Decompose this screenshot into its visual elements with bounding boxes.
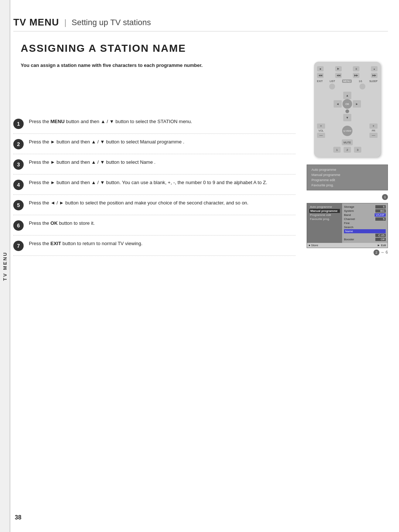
step-text-2: Press the ► button and then ▲ / ▼ button…	[29, 138, 184, 146]
remote-qview-btn: Q.VIEW	[342, 126, 352, 136]
remote-page-label: 1/1	[359, 80, 362, 82]
remote-container: ■ ▶ ⏸ ● ◀◀ ◀◀ ▶▶ ▶▶ EX	[307, 62, 388, 157]
menu2-footer-store: ● Store	[308, 244, 318, 247]
right-column: ■ ▶ ⏸ ● ◀◀ ◀◀ ▶▶ ▶▶ EX	[307, 62, 388, 256]
menu-screenshot-1: Auto programme Manual programme Programm…	[307, 165, 388, 190]
menu2-val-booster: Off	[375, 238, 386, 241]
remote-exit-btn	[329, 84, 335, 89]
remote-num-2: 2	[344, 147, 351, 153]
menu2-label-channel: Channel	[344, 217, 355, 221]
remote-btn-rew: ◀◀	[335, 73, 342, 78]
circle-1: 1	[382, 194, 388, 200]
step-text-4: Press the ► button and then ▲ / ▼ button…	[29, 179, 267, 187]
remote-transport-row2: ◀◀ ◀◀ ▶▶ ▶▶	[317, 73, 378, 78]
remote-nav-ok: OK	[342, 99, 352, 109]
remote-exit-sleep-btns	[317, 84, 378, 89]
step-indicator-1: 1	[307, 194, 388, 200]
remote-nav-mid-row: ◄ OK ►	[334, 99, 361, 109]
remote-menu-btn: MENU	[342, 79, 352, 83]
step-number-4: 4	[13, 180, 24, 190]
menu2-left-panel: Auto programme Manual programme Programm…	[307, 203, 342, 243]
menu2-item-fav: Favourite prog.	[309, 217, 340, 221]
content-row: You can assign a station name with five …	[13, 62, 388, 256]
page-number: 38	[15, 514, 21, 521]
remote-nav-right: ►	[353, 100, 361, 108]
remote-btn-rec: ●	[371, 66, 378, 71]
steps-column: You can assign a station name with five …	[13, 62, 296, 256]
step-text-7: Press the EXIT button to return to norma…	[29, 240, 143, 248]
remote-btn-stop: ■	[317, 66, 324, 71]
menu2-item-manual: Manual programme	[309, 209, 340, 213]
page-container: TV MENU TV MENU | Setting up TV stations…	[0, 0, 399, 532]
remote-mute-btn: MUTE	[342, 139, 353, 145]
remote-nav-down-row	[345, 109, 349, 114]
remote-nav-up: ▲	[343, 92, 351, 99]
step-5: 5 Press the ◄ / ► button to select the p…	[13, 195, 296, 215]
step-number-1: 1	[13, 119, 24, 129]
remote-vol-label: VOL	[318, 129, 324, 132]
menu2-label-fine: Fine	[344, 221, 350, 225]
remote-vol-group: + VOL —	[317, 123, 325, 138]
step-2: 2 Press the ► button and then ▲ / ▼ butt…	[13, 134, 296, 154]
remote-pr-label: PR	[372, 129, 375, 132]
step-text-5: Press the ◄ / ► button to select the pos…	[29, 199, 248, 207]
menu2-label-system: System	[344, 209, 354, 213]
remote-btn-prev: ◀◀	[317, 73, 324, 78]
menu2-row-fine: Fine	[344, 221, 386, 225]
menu2-row-search: Search	[344, 225, 386, 229]
step-number-5: 5	[13, 200, 24, 210]
menu2-label-booster: Booster	[344, 238, 354, 241]
remote-nav-down2-row: ▼	[343, 114, 351, 121]
menu-item-auto: Auto programme	[310, 167, 385, 172]
step-indicator-2: 2 ～ 6	[307, 250, 388, 255]
step-text-3: Press the ► button and then ▲ / ▼ button…	[29, 159, 156, 166]
menu2-val-code: C.05	[375, 234, 386, 237]
sidebar-tv-menu-label: TV MENU	[2, 251, 8, 281]
section-title: ASSIGNING A STATION NAME	[21, 43, 388, 54]
step-number-3: 3	[13, 159, 24, 170]
menu2-footer: ● Store ► Edit	[307, 243, 388, 248]
remote-nav-up-row: ▲	[343, 92, 351, 99]
remote-mute-row: MUTE	[317, 139, 378, 145]
step-text-6: Press the OK button to store it.	[29, 220, 95, 227]
remote-vol-plus: +	[317, 123, 325, 129]
page-header: TV MENU | Setting up TV stations	[13, 17, 388, 31]
menu2-footer-edit: ► Edit	[377, 244, 386, 247]
remote-btn-ff: ▶▶	[353, 73, 359, 78]
header-subtitle: Setting up TV stations	[72, 18, 151, 27]
step-text-1: Press the MENU button and then ▲ / ▼ but…	[29, 118, 192, 126]
remote-pr-group: + PR —	[369, 123, 378, 138]
remote-transport-row1: ■ ▶ ⏸ ●	[317, 66, 378, 71]
remote-nav-down: ▼	[343, 114, 351, 121]
remote-nav-dot	[345, 109, 349, 113]
remote-nav-left: ◄	[334, 100, 342, 108]
menu2-item-edit: Programme edit	[309, 213, 340, 217]
remote-pr-minus: —	[369, 133, 378, 138]
circle-2: 2	[374, 250, 379, 255]
left-sidebar: TV MENU	[0, 0, 10, 532]
menu2-row-band: Band V/UHF	[344, 213, 386, 217]
remote-btn-next: ▶▶	[371, 73, 378, 78]
remote-sleep-label: SLEEP	[369, 80, 378, 82]
remote-sleep-btn	[359, 84, 365, 89]
spacer	[13, 80, 296, 110]
menu2-row-storage: Storage 5	[344, 205, 386, 209]
step-4: 4 Press the ► button and then ▲ / ▼ butt…	[13, 174, 296, 195]
remote-nav: ▲ ◄ OK ► ▼	[317, 92, 378, 121]
remote-control: ■ ▶ ⏸ ● ◀◀ ◀◀ ▶▶ ▶▶ EX	[314, 62, 381, 157]
menu2-item-auto: Auto programme	[309, 205, 340, 209]
remote-vol-pr-row: + VOL — Q.VIEW + PR —	[317, 123, 378, 138]
menu2-val-band: V/UHF	[375, 213, 386, 217]
menu2-val-system: BG	[375, 209, 386, 213]
menu2-label-storage: Storage	[344, 205, 354, 209]
menu2-val-channel: 5	[375, 217, 386, 221]
remote-num-1: 1	[333, 147, 341, 153]
menu2-row-booster: Booster Off	[344, 237, 386, 241]
step-1: 1 Press the MENU button and then ▲ / ▼ b…	[13, 113, 296, 134]
remote-label-row: EXIT LIST MENU 1/1 SLEEP	[317, 79, 378, 83]
remote-list-label: LIST	[330, 80, 335, 82]
remote-number-row: 1 2 3	[317, 147, 378, 153]
step-range: ～ 6	[381, 250, 388, 254]
intro-text: You can assign a station name with five …	[21, 62, 296, 69]
step-number-2: 2	[13, 139, 24, 149]
